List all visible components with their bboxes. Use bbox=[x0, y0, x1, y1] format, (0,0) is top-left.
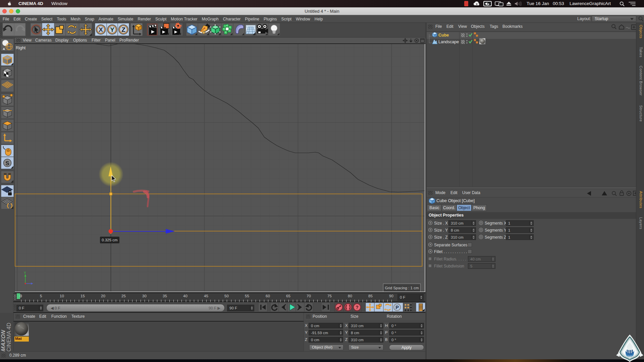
svg-text:P: P bbox=[395, 305, 399, 310]
svg-text:Right: Right bbox=[16, 46, 26, 50]
svg-text:Grid Spacing : 1 cm: Grid Spacing : 1 cm bbox=[385, 286, 419, 290]
svg-text:Cube: Cube bbox=[438, 33, 449, 38]
svg-text:Landscape: Landscape bbox=[438, 40, 459, 44]
svg-text:Z: Z bbox=[121, 26, 125, 33]
svg-text:S: S bbox=[5, 160, 9, 167]
svg-text:Y: Y bbox=[110, 26, 114, 33]
svg-text:?: ? bbox=[356, 305, 359, 310]
svg-text:0.325 cm: 0.325 cm bbox=[102, 238, 117, 242]
svg-text:Y: Y bbox=[24, 271, 26, 275]
svg-text:X: X bbox=[99, 26, 103, 33]
